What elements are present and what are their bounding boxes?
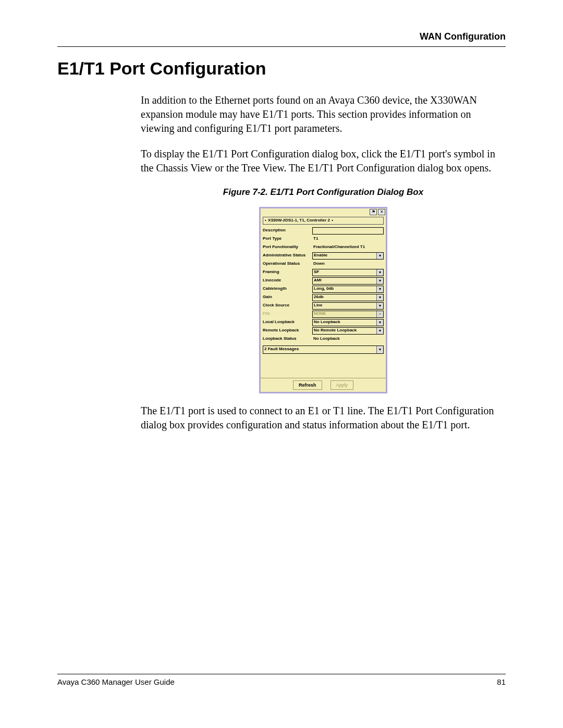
chevron-down-icon: ▼ (376, 328, 383, 334)
label-cablelength: Cablelength (263, 286, 312, 292)
dialog-titlebar: ⚑ ✕ (261, 208, 386, 216)
field-local-loopback: Local Loopback No Loopback▼ (263, 318, 384, 327)
breadcrumb-prev-icon[interactable]: • (264, 218, 267, 223)
field-clock-source: Clock Source Line▼ (263, 302, 384, 310)
field-fdl: FDL NONE▼ (263, 310, 384, 318)
footer-doc-title: Avaya C360 Manager User Guide (57, 677, 175, 686)
select-admin-status[interactable]: Enable▼ (312, 252, 384, 260)
field-loopback-status: Loopback Status No Loopback (263, 335, 384, 343)
label-description: Description (263, 228, 312, 233)
label-remote-loopback: Remote Loopback (263, 328, 312, 334)
label-local-loopback: Local Loopback (263, 319, 312, 325)
dialog-button-bar: Refresh Apply (261, 378, 386, 392)
footer-page-number: 81 (497, 677, 506, 686)
field-admin-status: Administrative Status Enable▼ (263, 252, 384, 260)
intro-paragraph-1: In addition to the Ethernet ports found … (141, 93, 506, 135)
e1t1-config-dialog: ⚑ ✕ • X330W-2DS1-1, T1, Controller 2 • D… (259, 207, 387, 393)
label-admin-status: Administrative Status (263, 253, 312, 258)
field-cablelength: Cablelength Long, 0db▼ (263, 285, 384, 293)
bottom-rule (57, 674, 506, 674)
field-gain: Gain 26db▼ (263, 293, 384, 302)
select-linecode[interactable]: AMI▼ (312, 277, 384, 285)
value-port-functionality: Fractional/Channelized T1 (312, 244, 384, 250)
field-port-functionality: Port Functionality Fractional/Channelize… (263, 243, 384, 252)
label-clock-source: Clock Source (263, 303, 312, 309)
label-linecode: Linecode (263, 278, 312, 283)
label-fdl: FDL (263, 311, 312, 317)
select-fdl: NONE▼ (312, 311, 384, 318)
field-description: Description (263, 227, 384, 235)
breadcrumb-next-icon[interactable]: • (331, 218, 334, 223)
apply-button: Apply (331, 380, 354, 390)
input-description[interactable] (312, 227, 384, 235)
chevron-down-icon: ▼ (376, 294, 383, 301)
label-operational-status: Operational Status (263, 261, 312, 267)
chevron-down-icon: ▼ (376, 303, 383, 309)
label-port-type: Port Type (263, 236, 312, 242)
field-framing: Framing SF▼ (263, 268, 384, 277)
select-gain[interactable]: 26db▼ (312, 294, 384, 301)
dialog-breadcrumb[interactable]: • X330W-2DS1-1, T1, Controller 2 • (263, 217, 384, 225)
chevron-down-icon: ▼ (376, 253, 383, 259)
field-operational-status: Operational Status Down (263, 260, 384, 268)
chevron-down-icon: ▼ (376, 269, 383, 276)
value-operational-status: Down (312, 261, 384, 267)
value-loopback-status: No Loopback (312, 336, 384, 342)
chevron-down-icon: ▼ (376, 311, 383, 317)
label-port-functionality: Port Functionality (263, 244, 312, 250)
chevron-down-icon: ▼ (376, 278, 383, 284)
select-local-loopback[interactable]: No Loopback▼ (312, 319, 384, 326)
dialog-blank-area (261, 354, 386, 378)
label-loopback-status: Loopback Status (263, 336, 312, 342)
top-rule (57, 46, 506, 47)
field-linecode: Linecode AMI▼ (263, 277, 384, 285)
figure-caption: Figure 7-2. E1/T1 Port Configuration Dia… (141, 187, 506, 199)
field-remote-loopback: Remote Loopback No Remote Loopback▼ (263, 327, 384, 335)
select-cablelength[interactable]: Long, 0db▼ (312, 286, 384, 293)
close-icon[interactable]: ✕ (378, 209, 385, 215)
chevron-down-icon: ▼ (376, 286, 383, 292)
field-port-type: Port Type T1 (263, 235, 384, 243)
dialog-field-list: Description Port Type T1 Port Functional… (261, 227, 386, 343)
post-figure-paragraph: The E1/T1 port is used to connect to an … (141, 404, 506, 432)
breadcrumb-text: X330W-2DS1-1, T1, Controller 2 (268, 218, 330, 223)
running-head: WAN Configuration (57, 31, 506, 42)
chevron-down-icon: ▼ (376, 346, 383, 353)
intro-paragraph-2: To display the E1/T1 Port Configuration … (141, 147, 506, 175)
select-framing[interactable]: SF▼ (312, 269, 384, 276)
label-gain: Gain (263, 294, 312, 300)
section-title: E1/T1 Port Configuration (57, 58, 506, 79)
fault-messages-text: 2 Fault Messages (264, 347, 299, 352)
value-port-type: T1 (312, 236, 384, 242)
fault-messages-select[interactable]: 2 Fault Messages ▼ (263, 346, 384, 354)
select-clock-source[interactable]: Line▼ (312, 302, 384, 310)
label-framing: Framing (263, 269, 312, 275)
chevron-down-icon: ▼ (376, 319, 383, 326)
select-remote-loopback[interactable]: No Remote Loopback▼ (312, 327, 384, 335)
pin-icon[interactable]: ⚑ (370, 209, 377, 215)
refresh-button[interactable]: Refresh (293, 380, 322, 390)
